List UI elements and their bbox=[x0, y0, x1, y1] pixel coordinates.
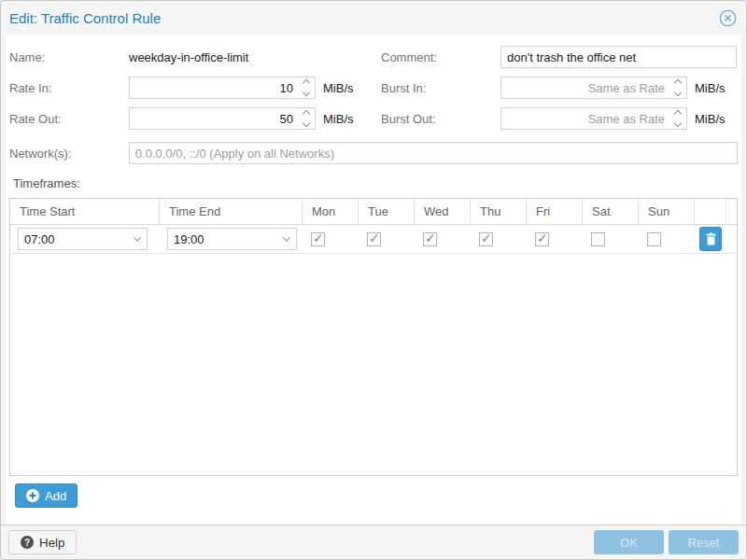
rate-out-input[interactable] bbox=[130, 108, 298, 129]
spinner-down-icon[interactable] bbox=[674, 89, 682, 96]
column-header-time-end[interactable]: Time End bbox=[160, 199, 303, 224]
column-header-mon[interactable]: Mon bbox=[303, 199, 359, 224]
name-label: Name: bbox=[9, 50, 129, 64]
checkbox-thu[interactable] bbox=[479, 232, 493, 246]
timeframes-grid-header: Time Start Time End Mon Tue Wed Thu Fri … bbox=[10, 199, 737, 225]
column-header-time-start[interactable]: Time Start bbox=[10, 199, 160, 224]
name-value: weekday-in-office-limit bbox=[129, 50, 248, 64]
dropdown-chevron-icon[interactable] bbox=[128, 236, 147, 242]
burst-in-spinner[interactable] bbox=[669, 77, 686, 98]
rate-in-spinner[interactable] bbox=[298, 77, 315, 98]
rate-in-unit: MiB/s bbox=[323, 81, 354, 95]
ok-button[interactable]: OK bbox=[594, 530, 664, 554]
checkbox-mon[interactable] bbox=[311, 232, 325, 246]
column-header-filler bbox=[726, 199, 737, 224]
rate-out-spinner[interactable] bbox=[298, 108, 315, 129]
networks-input[interactable] bbox=[129, 142, 738, 164]
column-header-wed[interactable]: Wed bbox=[415, 199, 471, 224]
dialog-title: Edit: Traffic Control Rule bbox=[9, 10, 161, 26]
dialog-footer: ? Help OK Reset bbox=[1, 525, 746, 559]
close-icon bbox=[719, 9, 737, 27]
close-button[interactable] bbox=[718, 8, 737, 27]
spinner-up-icon[interactable] bbox=[303, 79, 310, 87]
comment-input[interactable] bbox=[500, 46, 737, 68]
checkbox-tue[interactable] bbox=[367, 232, 381, 246]
spinner-down-icon[interactable] bbox=[303, 119, 310, 127]
burst-out-field[interactable] bbox=[500, 107, 687, 130]
burst-in-input[interactable] bbox=[501, 77, 669, 98]
timeframes-label: Timeframes: bbox=[13, 176, 738, 190]
time-end-value: 19:00 bbox=[168, 232, 277, 246]
comment-label: Comment: bbox=[381, 50, 500, 64]
dialog-titlebar: Edit: Traffic Control Rule bbox=[1, 1, 746, 35]
dialog-body: Name: weekday-in-office-limit Comment: R… bbox=[6, 35, 741, 525]
spinner-down-icon[interactable] bbox=[674, 119, 682, 127]
column-header-tue[interactable]: Tue bbox=[359, 199, 415, 224]
timeframes-grid: Time Start Time End Mon Tue Wed Thu Fri … bbox=[9, 198, 738, 476]
burst-out-unit: MiB/s bbox=[695, 112, 726, 126]
edit-traffic-control-rule-dialog: Edit: Traffic Control Rule Name: weekday… bbox=[0, 0, 747, 560]
rate-out-field[interactable] bbox=[129, 107, 316, 130]
checkbox-sat[interactable] bbox=[591, 232, 605, 246]
checkbox-sun[interactable] bbox=[647, 232, 661, 246]
spinner-up-icon[interactable] bbox=[674, 79, 682, 87]
burst-in-label: Burst In: bbox=[381, 81, 500, 95]
spinner-up-icon[interactable] bbox=[674, 110, 682, 118]
rate-out-label: Rate Out: bbox=[9, 112, 129, 126]
column-header-fri[interactable]: Fri bbox=[527, 199, 583, 224]
spinner-down-icon[interactable] bbox=[303, 89, 310, 96]
burst-out-spinner[interactable] bbox=[669, 108, 686, 129]
add-button-label: Add bbox=[45, 489, 66, 503]
trash-icon bbox=[705, 232, 717, 245]
checkbox-wed[interactable] bbox=[423, 232, 437, 246]
time-start-value: 07:00 bbox=[19, 232, 128, 246]
help-button-label: Help bbox=[39, 536, 64, 550]
burst-in-unit: MiB/s bbox=[695, 81, 726, 95]
column-header-sat[interactable]: Sat bbox=[583, 199, 639, 224]
add-button[interactable]: Add bbox=[15, 483, 78, 508]
rate-out-unit: MiB/s bbox=[323, 112, 354, 126]
time-end-combo[interactable]: 19:00 bbox=[167, 228, 297, 250]
spinner-up-icon[interactable] bbox=[303, 110, 310, 118]
reset-button[interactable]: Reset bbox=[669, 530, 739, 554]
column-header-sun[interactable]: Sun bbox=[639, 199, 695, 224]
networks-label: Network(s): bbox=[9, 147, 129, 161]
question-circle-icon: ? bbox=[21, 536, 34, 549]
column-header-actions bbox=[695, 199, 726, 224]
rate-in-label: Rate In: bbox=[9, 81, 129, 95]
plus-circle-icon bbox=[26, 489, 39, 502]
burst-out-input[interactable] bbox=[501, 108, 669, 129]
checkbox-fri[interactable] bbox=[535, 232, 549, 246]
dropdown-chevron-icon[interactable] bbox=[277, 236, 296, 242]
rate-in-input[interactable] bbox=[130, 77, 298, 98]
column-header-thu[interactable]: Thu bbox=[471, 199, 527, 224]
help-button[interactable]: ? Help bbox=[8, 530, 77, 554]
delete-row-button[interactable] bbox=[699, 227, 722, 251]
rate-in-field[interactable] bbox=[129, 77, 316, 99]
burst-out-label: Burst Out: bbox=[381, 112, 500, 126]
timeframe-row[interactable]: 07:00 19:00 bbox=[10, 225, 737, 254]
time-start-combo[interactable]: 07:00 bbox=[18, 228, 148, 250]
burst-in-field[interactable] bbox=[500, 77, 687, 99]
